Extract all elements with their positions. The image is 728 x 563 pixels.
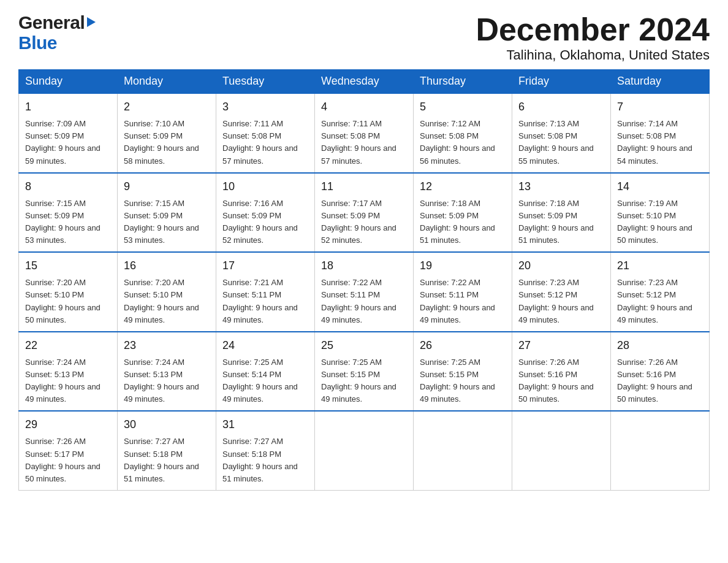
day-info: Sunrise: 7:12 AMSunset: 5:08 PMDaylight:… xyxy=(420,119,495,165)
calendar-day-cell: 17 Sunrise: 7:21 AMSunset: 5:11 PMDaylig… xyxy=(216,252,315,332)
calendar-day-cell: 20 Sunrise: 7:23 AMSunset: 5:12 PMDaylig… xyxy=(512,252,611,332)
col-header-wednesday: Wednesday xyxy=(315,70,414,94)
calendar-day-cell: 18 Sunrise: 7:22 AMSunset: 5:11 PMDaylig… xyxy=(315,252,414,332)
day-info: Sunrise: 7:11 AMSunset: 5:08 PMDaylight:… xyxy=(222,119,298,165)
day-number: 13 xyxy=(518,178,604,195)
day-number: 11 xyxy=(321,178,407,195)
day-info: Sunrise: 7:25 AMSunset: 5:15 PMDaylight:… xyxy=(420,358,495,404)
calendar-week-row: 15 Sunrise: 7:20 AMSunset: 5:10 PMDaylig… xyxy=(19,252,710,332)
calendar-week-row: 29 Sunrise: 7:26 AMSunset: 5:17 PMDaylig… xyxy=(19,411,710,490)
calendar-day-cell: 22 Sunrise: 7:24 AMSunset: 5:13 PMDaylig… xyxy=(19,332,118,412)
day-info: Sunrise: 7:23 AMSunset: 5:12 PMDaylight:… xyxy=(518,278,594,324)
day-info: Sunrise: 7:24 AMSunset: 5:13 PMDaylight:… xyxy=(124,358,199,404)
calendar-day-cell: 31 Sunrise: 7:27 AMSunset: 5:18 PMDaylig… xyxy=(216,411,315,490)
calendar-day-cell: 26 Sunrise: 7:25 AMSunset: 5:15 PMDaylig… xyxy=(414,332,512,412)
day-number: 2 xyxy=(124,99,210,115)
calendar-week-row: 22 Sunrise: 7:24 AMSunset: 5:13 PMDaylig… xyxy=(19,332,710,412)
col-header-saturday: Saturday xyxy=(611,70,710,94)
day-info: Sunrise: 7:18 AMSunset: 5:09 PMDaylight:… xyxy=(518,199,594,245)
calendar-day-cell: 3 Sunrise: 7:11 AMSunset: 5:08 PMDayligh… xyxy=(216,93,315,173)
day-number: 14 xyxy=(617,178,703,195)
calendar-day-cell: 10 Sunrise: 7:16 AMSunset: 5:09 PMDaylig… xyxy=(216,173,315,253)
calendar-day-cell: 16 Sunrise: 7:20 AMSunset: 5:10 PMDaylig… xyxy=(118,252,216,332)
day-number: 22 xyxy=(25,337,111,354)
calendar-day-cell: 4 Sunrise: 7:11 AMSunset: 5:08 PMDayligh… xyxy=(315,93,414,173)
calendar-day-cell: 27 Sunrise: 7:26 AMSunset: 5:16 PMDaylig… xyxy=(512,332,611,412)
day-info: Sunrise: 7:09 AMSunset: 5:09 PMDaylight:… xyxy=(25,119,100,165)
day-number: 24 xyxy=(222,337,308,354)
day-number: 15 xyxy=(25,258,111,274)
day-info: Sunrise: 7:20 AMSunset: 5:10 PMDaylight:… xyxy=(25,278,100,324)
day-info: Sunrise: 7:26 AMSunset: 5:16 PMDaylight:… xyxy=(617,358,692,404)
day-info: Sunrise: 7:24 AMSunset: 5:13 PMDaylight:… xyxy=(25,358,100,404)
day-number: 18 xyxy=(321,258,407,274)
day-number: 30 xyxy=(124,416,210,433)
day-number: 21 xyxy=(617,258,703,274)
day-number: 6 xyxy=(518,99,604,115)
day-number: 12 xyxy=(420,178,506,195)
calendar-day-cell: 12 Sunrise: 7:18 AMSunset: 5:09 PMDaylig… xyxy=(414,173,512,253)
logo: General Blue xyxy=(18,12,96,53)
day-number: 8 xyxy=(25,178,111,195)
calendar-day-cell: 9 Sunrise: 7:15 AMSunset: 5:09 PMDayligh… xyxy=(118,173,216,253)
calendar-day-cell: 19 Sunrise: 7:22 AMSunset: 5:11 PMDaylig… xyxy=(414,252,512,332)
calendar-day-cell: 15 Sunrise: 7:20 AMSunset: 5:10 PMDaylig… xyxy=(19,252,118,332)
col-header-sunday: Sunday xyxy=(19,70,118,94)
day-info: Sunrise: 7:16 AMSunset: 5:09 PMDaylight:… xyxy=(222,199,298,245)
day-number: 20 xyxy=(518,258,604,274)
day-number: 28 xyxy=(617,337,703,354)
day-number: 16 xyxy=(124,258,210,274)
empty-cell xyxy=(611,411,710,490)
calendar-day-cell: 1 Sunrise: 7:09 AMSunset: 5:09 PMDayligh… xyxy=(19,93,118,173)
day-info: Sunrise: 7:11 AMSunset: 5:08 PMDaylight:… xyxy=(321,119,396,165)
logo-general: General xyxy=(18,12,85,33)
day-info: Sunrise: 7:23 AMSunset: 5:12 PMDaylight:… xyxy=(617,278,692,324)
empty-cell xyxy=(315,411,414,490)
calendar-day-cell: 30 Sunrise: 7:27 AMSunset: 5:18 PMDaylig… xyxy=(118,411,216,490)
calendar-week-row: 1 Sunrise: 7:09 AMSunset: 5:09 PMDayligh… xyxy=(19,93,710,173)
day-number: 1 xyxy=(25,99,111,115)
calendar-day-cell: 6 Sunrise: 7:13 AMSunset: 5:08 PMDayligh… xyxy=(512,93,611,173)
day-info: Sunrise: 7:14 AMSunset: 5:08 PMDaylight:… xyxy=(617,119,692,165)
day-info: Sunrise: 7:13 AMSunset: 5:08 PMDaylight:… xyxy=(518,119,594,165)
day-number: 26 xyxy=(420,337,506,354)
col-header-friday: Friday xyxy=(512,70,611,94)
day-info: Sunrise: 7:19 AMSunset: 5:10 PMDaylight:… xyxy=(617,199,692,245)
day-number: 23 xyxy=(124,337,210,354)
calendar-day-cell: 14 Sunrise: 7:19 AMSunset: 5:10 PMDaylig… xyxy=(611,173,710,253)
calendar-day-cell: 29 Sunrise: 7:26 AMSunset: 5:17 PMDaylig… xyxy=(19,411,118,490)
day-info: Sunrise: 7:26 AMSunset: 5:16 PMDaylight:… xyxy=(518,358,594,404)
empty-cell xyxy=(512,411,611,490)
day-info: Sunrise: 7:18 AMSunset: 5:09 PMDaylight:… xyxy=(420,199,495,245)
day-info: Sunrise: 7:17 AMSunset: 5:09 PMDaylight:… xyxy=(321,199,396,245)
day-number: 19 xyxy=(420,258,506,274)
calendar-day-cell: 13 Sunrise: 7:18 AMSunset: 5:09 PMDaylig… xyxy=(512,173,611,253)
day-number: 25 xyxy=(321,337,407,354)
calendar-day-cell: 21 Sunrise: 7:23 AMSunset: 5:12 PMDaylig… xyxy=(611,252,710,332)
calendar-day-cell: 2 Sunrise: 7:10 AMSunset: 5:09 PMDayligh… xyxy=(118,93,216,173)
day-info: Sunrise: 7:25 AMSunset: 5:14 PMDaylight:… xyxy=(222,358,298,404)
day-number: 4 xyxy=(321,99,407,115)
empty-cell xyxy=(414,411,512,490)
month-title: December 2024 xyxy=(476,12,710,47)
col-header-thursday: Thursday xyxy=(414,70,512,94)
calendar-day-cell: 5 Sunrise: 7:12 AMSunset: 5:08 PMDayligh… xyxy=(414,93,512,173)
calendar-day-cell: 28 Sunrise: 7:26 AMSunset: 5:16 PMDaylig… xyxy=(611,332,710,412)
day-info: Sunrise: 7:21 AMSunset: 5:11 PMDaylight:… xyxy=(222,278,298,324)
day-number: 7 xyxy=(617,99,703,115)
day-info: Sunrise: 7:15 AMSunset: 5:09 PMDaylight:… xyxy=(25,199,100,245)
calendar-day-cell: 25 Sunrise: 7:25 AMSunset: 5:15 PMDaylig… xyxy=(315,332,414,412)
calendar-day-cell: 11 Sunrise: 7:17 AMSunset: 5:09 PMDaylig… xyxy=(315,173,414,253)
calendar-table: SundayMondayTuesdayWednesdayThursdayFrid… xyxy=(18,69,710,491)
day-number: 5 xyxy=(420,99,506,115)
day-info: Sunrise: 7:20 AMSunset: 5:10 PMDaylight:… xyxy=(124,278,199,324)
day-info: Sunrise: 7:15 AMSunset: 5:09 PMDaylight:… xyxy=(124,199,199,245)
day-number: 29 xyxy=(25,416,111,433)
calendar-week-row: 8 Sunrise: 7:15 AMSunset: 5:09 PMDayligh… xyxy=(19,173,710,253)
calendar-day-cell: 7 Sunrise: 7:14 AMSunset: 5:08 PMDayligh… xyxy=(611,93,710,173)
day-info: Sunrise: 7:10 AMSunset: 5:09 PMDaylight:… xyxy=(124,119,199,165)
day-number: 10 xyxy=(222,178,308,195)
calendar-day-cell: 8 Sunrise: 7:15 AMSunset: 5:09 PMDayligh… xyxy=(19,173,118,253)
day-number: 31 xyxy=(222,416,308,433)
day-number: 27 xyxy=(518,337,604,354)
